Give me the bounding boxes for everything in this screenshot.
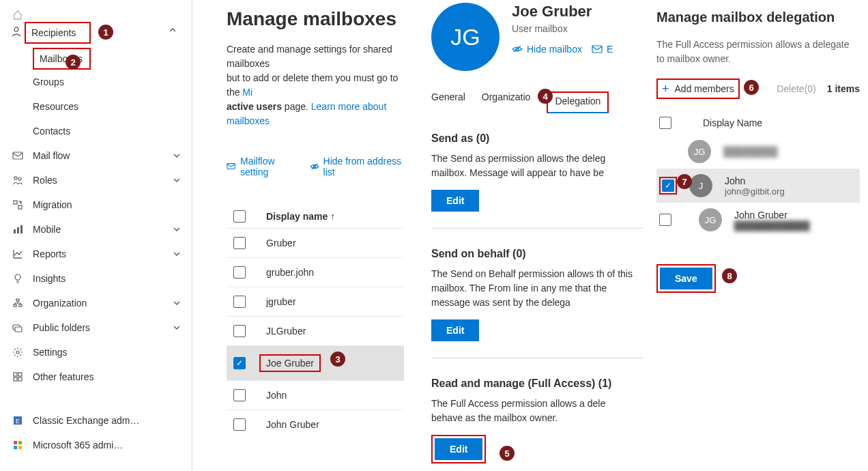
member-name: John Gruber [734, 210, 810, 220]
svg-rect-18 [14, 377, 17, 381]
add-members-button[interactable]: + Add members [656, 78, 740, 99]
svg-rect-10 [16, 299, 19, 301]
hide-icon [310, 161, 319, 172]
table-row[interactable]: JLGruber [227, 316, 404, 345]
chevron-up-icon [169, 26, 177, 34]
toolbar-hide-address[interactable]: Hide from address list [310, 156, 404, 177]
nav-insights[interactable]: Insights [0, 266, 192, 291]
nav-contacts[interactable]: Contacts [33, 119, 192, 143]
tab-organization[interactable]: Organizatio [482, 91, 531, 113]
member-list: Display Name JG ████████ ✓ 7 J John john… [656, 111, 860, 237]
member-row-selected[interactable]: ✓ 7 J John john@gitbit.org [656, 169, 860, 203]
svg-rect-31 [592, 46, 602, 53]
table-row-selected[interactable]: ✓ Joe Gruber 3 [227, 345, 404, 380]
svg-point-9 [15, 274, 20, 280]
link-m365[interactable]: Mi [242, 87, 252, 98]
detail-tabs: General Organizatio 4 Delegation [431, 91, 643, 113]
mailflow-icon [227, 161, 236, 172]
nav-organization[interactable]: Organization [0, 291, 192, 315]
col-display-name[interactable]: Display name ↑ [259, 211, 335, 222]
member-row[interactable]: JG John Gruber ████████████ [656, 203, 860, 237]
nav-roles[interactable]: Roles [0, 168, 192, 192]
table-row[interactable]: Gruber [227, 228, 404, 257]
mailbox-table: Display name ↑ Gruber gruber.john jgrube… [227, 205, 404, 439]
member-checkbox[interactable] [659, 214, 671, 226]
svg-rect-8 [20, 225, 23, 233]
delegation-title: Manage mailbox delegation [656, 10, 860, 25]
toolbar-mailflow-setting[interactable]: Mailflow setting [227, 156, 298, 177]
step-badge-1: 1 [98, 25, 113, 40]
svg-point-3 [18, 177, 21, 180]
delete-selected[interactable]: Delete(0) [777, 83, 816, 94]
section-send-on-behalf: Send on behalf (0) The Send on Behalf pe… [431, 248, 643, 341]
edit-sendonbehalf-button[interactable]: Edit [431, 319, 479, 341]
member-name: John [725, 175, 785, 186]
nav-settings[interactable]: Settings [0, 340, 192, 365]
nav-other-features[interactable]: Other features [0, 365, 192, 389]
table-row[interactable]: gruber.john [227, 257, 404, 287]
row-checkbox[interactable]: ✓ [233, 357, 246, 369]
step-badge-2: 2 [66, 55, 81, 70]
step-badge-3: 3 [330, 352, 345, 367]
home-icon [11, 10, 25, 20]
tab-delegation[interactable]: Delegation [547, 91, 609, 113]
mobile-icon [11, 224, 25, 235]
member-row[interactable]: JG ████████ [656, 134, 860, 169]
nav-home[interactable] [0, 3, 192, 22]
step-badge-7: 7 [677, 174, 692, 189]
table-row[interactable]: jgruber [227, 287, 404, 316]
reports-icon [11, 248, 25, 259]
nav-m365-admin[interactable]: Microsoft 365 admi… [0, 433, 192, 457]
row-checkbox[interactable] [233, 237, 246, 249]
mail-icon [11, 150, 25, 161]
page-title: Manage mailboxes [227, 8, 404, 30]
edit-fullaccess-button[interactable]: Edit [435, 438, 482, 460]
nav-mailboxes[interactable]: Mailboxes [33, 48, 91, 70]
avatar-icon: JG [699, 208, 722, 231]
hide-mailbox-link[interactable]: Hide mailbox [512, 44, 582, 55]
svg-rect-25 [18, 446, 22, 449]
svg-rect-16 [14, 373, 17, 376]
grid-icon [11, 371, 25, 382]
svg-rect-17 [18, 373, 22, 376]
svg-rect-12 [19, 304, 22, 306]
svg-rect-14 [15, 327, 22, 332]
nav-resources[interactable]: Resources [33, 94, 192, 119]
svg-point-15 [16, 351, 19, 354]
lightbulb-icon [11, 273, 25, 284]
m365-icon [11, 440, 25, 451]
member-checkbox[interactable]: ✓ [662, 180, 674, 192]
nav-mobile[interactable]: Mobile [0, 217, 192, 242]
table-row[interactable]: John [227, 380, 404, 410]
edit-sendas-button[interactable]: Edit [431, 190, 479, 212]
avatar-icon: J [689, 174, 712, 197]
save-button[interactable]: Save [660, 268, 712, 289]
select-all-checkbox[interactable] [233, 210, 246, 223]
nav-mailflow[interactable]: Mail flow [0, 143, 192, 168]
row-checkbox[interactable] [233, 418, 246, 431]
chevron-down-icon [173, 299, 181, 307]
row-checkbox[interactable] [233, 266, 246, 279]
row-checkbox[interactable] [233, 296, 246, 308]
nav-classic-exchange[interactable]: E Classic Exchange adm… [0, 408, 192, 433]
member-name: ████████ [723, 146, 777, 157]
nav-recipients[interactable]: Recipients [25, 22, 91, 44]
email-link[interactable]: E [592, 44, 613, 55]
svg-rect-23 [18, 441, 22, 444]
nav-groups[interactable]: Groups [33, 70, 192, 94]
svg-rect-1 [13, 152, 23, 159]
svg-rect-19 [18, 377, 22, 381]
svg-rect-7 [17, 227, 19, 233]
svg-rect-5 [18, 205, 22, 209]
nav-public-folders[interactable]: Public folders [0, 315, 192, 340]
nav-migration[interactable]: Migration [0, 192, 192, 217]
tab-general[interactable]: General [431, 91, 465, 113]
row-checkbox[interactable] [233, 389, 246, 401]
table-row[interactable]: John Gruber [227, 410, 404, 439]
delegation-desc: The Full Access permission allows a dele… [656, 38, 860, 66]
nav-reports[interactable]: Reports [0, 242, 192, 266]
row-checkbox[interactable] [233, 325, 246, 337]
mailbox-toolbar: Mailflow setting Hide from address list [227, 156, 404, 177]
chevron-down-icon [173, 324, 181, 332]
select-all-members-checkbox[interactable] [659, 117, 671, 129]
